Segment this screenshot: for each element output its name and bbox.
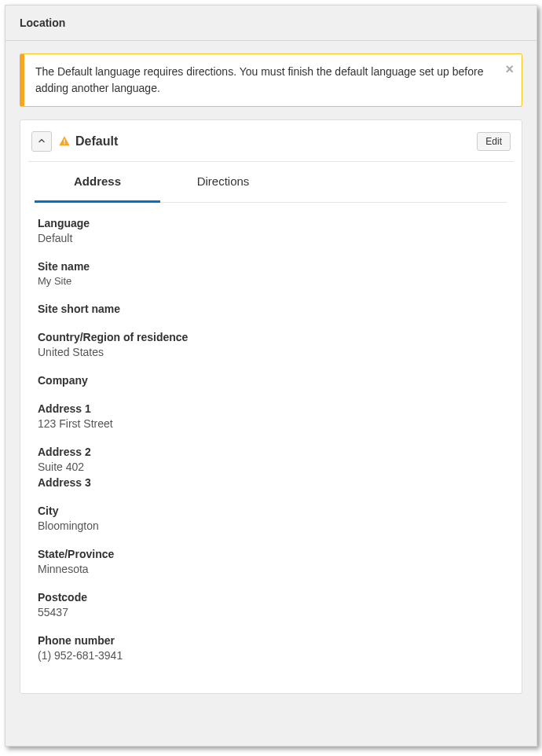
- edit-button[interactable]: Edit: [477, 132, 511, 151]
- close-icon[interactable]: ×: [505, 62, 514, 76]
- label-city: City: [38, 505, 504, 517]
- value-language: Default: [38, 232, 504, 244]
- chevron-up-icon: [37, 136, 46, 148]
- value-state: Minnesota: [38, 563, 504, 575]
- field-language: Language Default: [38, 217, 504, 244]
- location-panel: Location The Default language requires d…: [5, 5, 537, 747]
- field-address3: Address 3: [38, 476, 504, 489]
- field-address2: Address 2 Suite 402: [38, 446, 504, 473]
- value-site-name: My Site: [38, 275, 504, 287]
- card-title: Default: [75, 134, 477, 149]
- panel-header: Location: [5, 6, 537, 41]
- label-company: Company: [38, 374, 504, 387]
- tabs: Address Directions: [35, 162, 507, 203]
- value-phone: (1) 952-681-3941: [38, 649, 504, 662]
- tab-address[interactable]: Address: [35, 162, 160, 203]
- field-country: Country/Region of residence United State…: [38, 331, 504, 358]
- panel-title: Location: [20, 17, 522, 29]
- field-site-short-name: Site short name: [38, 303, 504, 315]
- card-header: Default Edit: [28, 128, 514, 162]
- svg-rect-0: [64, 139, 64, 142]
- language-card: Default Edit Address Directions Language…: [20, 119, 522, 694]
- label-language: Language: [38, 217, 504, 229]
- value-city: Bloomington: [38, 519, 504, 532]
- value-address1: 123 First Street: [38, 417, 504, 430]
- field-address1: Address 1 123 First Street: [38, 402, 504, 430]
- field-postcode: Postcode 55437: [38, 591, 504, 618]
- svg-rect-1: [64, 143, 64, 144]
- field-site-name: Site name My Site: [38, 260, 504, 287]
- address-fields: Language Default Site name My Site Site …: [28, 217, 514, 662]
- value-postcode: 55437: [38, 606, 504, 618]
- field-city: City Bloomington: [38, 505, 504, 532]
- field-state: State/Province Minnesota: [38, 548, 504, 575]
- field-phone: Phone number (1) 952-681-3941: [38, 634, 504, 662]
- collapse-button[interactable]: [31, 131, 52, 152]
- alert-message: The Default language requires directions…: [35, 65, 484, 94]
- label-postcode: Postcode: [38, 591, 504, 604]
- label-country: Country/Region of residence: [38, 331, 504, 343]
- label-state: State/Province: [38, 548, 504, 560]
- label-site-name: Site name: [38, 260, 504, 273]
- panel-content: The Default language requires directions…: [5, 41, 537, 710]
- value-country: United States: [38, 346, 504, 358]
- label-phone: Phone number: [38, 634, 504, 647]
- label-address1: Address 1: [38, 402, 504, 415]
- warning-triangle-icon: [58, 135, 71, 148]
- field-company: Company: [38, 374, 504, 387]
- label-address3: Address 3: [38, 476, 504, 489]
- tab-directions[interactable]: Directions: [160, 162, 286, 203]
- label-address2: Address 2: [38, 446, 504, 458]
- warning-alert: The Default language requires directions…: [20, 53, 522, 107]
- value-address2: Suite 402: [38, 461, 504, 473]
- label-site-short-name: Site short name: [38, 303, 504, 315]
